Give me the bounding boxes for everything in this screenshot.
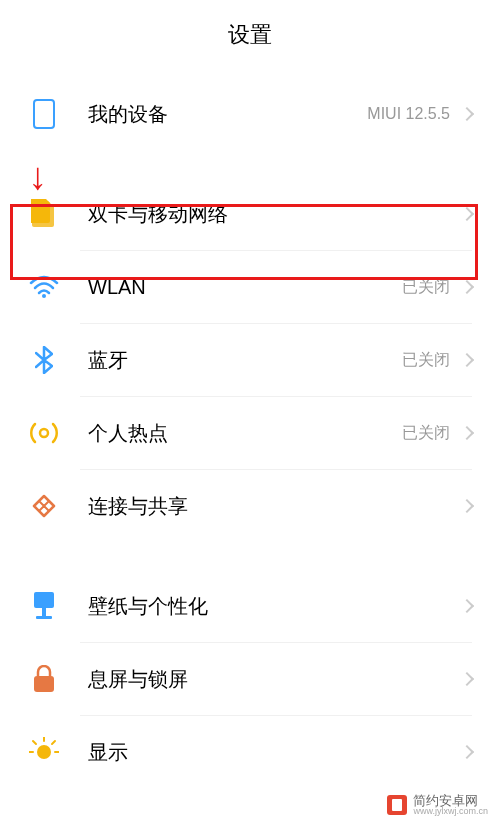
page-title: 设置 <box>0 20 500 50</box>
item-bluetooth[interactable]: 蓝牙 已关闭 <box>0 324 500 396</box>
item-label: 显示 <box>88 739 462 766</box>
item-label: 息屏与锁屏 <box>88 666 462 693</box>
item-connection-share[interactable]: 连接与共享 <box>0 470 500 542</box>
svg-rect-0 <box>34 100 54 128</box>
wifi-icon <box>28 271 60 303</box>
item-sim-mobile-network[interactable]: 双卡与移动网络 <box>0 178 500 250</box>
item-my-device[interactable]: 我的设备 MIUI 12.5.5 <box>0 78 500 150</box>
chevron-right-icon <box>460 207 474 221</box>
item-label: 蓝牙 <box>88 347 402 374</box>
display-icon <box>28 736 60 768</box>
svg-rect-6 <box>34 676 54 692</box>
svg-rect-5 <box>36 616 52 619</box>
share-icon <box>28 490 60 522</box>
item-label: WLAN <box>88 276 402 299</box>
item-value: 已关闭 <box>402 423 450 444</box>
item-display[interactable]: 显示 <box>0 716 500 788</box>
svg-rect-3 <box>34 592 54 608</box>
svg-point-2 <box>40 429 48 437</box>
item-label: 双卡与移动网络 <box>88 201 462 228</box>
svg-point-7 <box>37 745 51 759</box>
settings-list: 我的设备 MIUI 12.5.5 双卡与移动网络 WLAN 已关闭 <box>0 78 500 788</box>
device-icon <box>28 98 60 130</box>
svg-line-11 <box>33 741 36 744</box>
chevron-right-icon <box>460 499 474 513</box>
chevron-right-icon <box>460 672 474 686</box>
item-value: 已关闭 <box>402 277 450 298</box>
watermark-url: www.jylxwj.com.cn <box>413 807 488 816</box>
item-lockscreen[interactable]: 息屏与锁屏 <box>0 643 500 715</box>
item-value: 已关闭 <box>402 350 450 371</box>
header: 设置 <box>0 0 500 78</box>
chevron-right-icon <box>460 599 474 613</box>
chevron-right-icon <box>460 107 474 121</box>
item-value: MIUI 12.5.5 <box>367 105 450 123</box>
bluetooth-icon <box>28 344 60 376</box>
sim-card-icon <box>28 198 60 230</box>
item-hotspot[interactable]: 个人热点 已关闭 <box>0 397 500 469</box>
chevron-right-icon <box>460 745 474 759</box>
item-wlan[interactable]: WLAN 已关闭 <box>0 251 500 323</box>
item-wallpaper[interactable]: 壁纸与个性化 <box>0 570 500 642</box>
item-label: 连接与共享 <box>88 493 462 520</box>
svg-rect-4 <box>42 608 46 616</box>
svg-point-1 <box>42 294 46 298</box>
chevron-right-icon <box>460 426 474 440</box>
item-label: 壁纸与个性化 <box>88 593 462 620</box>
chevron-right-icon <box>460 353 474 367</box>
svg-line-9 <box>52 741 55 744</box>
item-label: 个人热点 <box>88 420 402 447</box>
item-label: 我的设备 <box>88 101 367 128</box>
watermark-badge-icon <box>387 795 407 815</box>
wallpaper-icon <box>28 590 60 622</box>
watermark: 简约安卓网 www.jylxwj.com.cn <box>387 794 488 816</box>
lock-icon <box>28 663 60 695</box>
chevron-right-icon <box>460 280 474 294</box>
hotspot-icon <box>28 417 60 449</box>
